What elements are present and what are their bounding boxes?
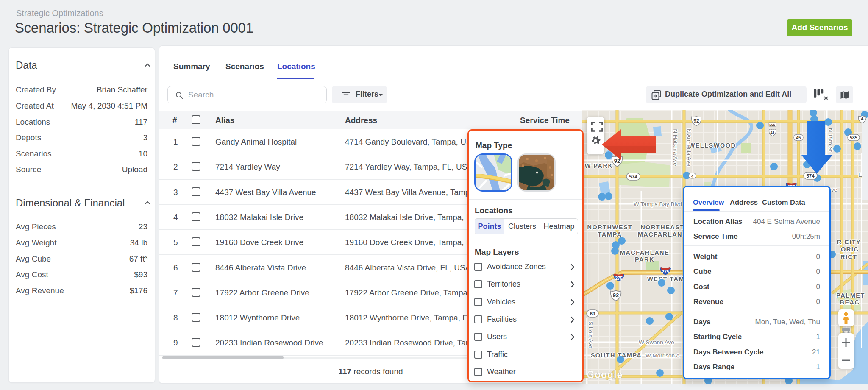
svg-text:275: 275 bbox=[615, 276, 623, 281]
svg-text:Google: Google bbox=[587, 369, 623, 380]
svg-text:RICT: RICT bbox=[840, 254, 857, 260]
svg-text:BUS: BUS bbox=[769, 123, 775, 126]
svg-text:NORTHEAST: NORTHEAST bbox=[640, 224, 684, 231]
svg-text:BEAC: BEAC bbox=[840, 299, 860, 306]
svg-text:R CITY: R CITY bbox=[837, 239, 861, 245]
svg-text:N Habana Ave: N Habana Ave bbox=[672, 129, 679, 166]
svg-text:WEST TAM: WEST TAM bbox=[647, 276, 684, 282]
svg-text:92: 92 bbox=[613, 292, 619, 298]
svg-text:41: 41 bbox=[770, 131, 774, 135]
svg-text:PALMET: PALMET bbox=[836, 292, 865, 299]
svg-text:574: 574 bbox=[806, 173, 815, 178]
svg-text:PARK: PARK bbox=[635, 256, 654, 263]
svg-text:SOUTH TAMPA: SOUTH TAMPA bbox=[591, 352, 642, 359]
svg-text:275: 275 bbox=[662, 269, 669, 274]
svg-text:W Tampa Bay Blvd: W Tampa Bay Blvd bbox=[634, 201, 682, 207]
svg-text:W Swann Ave: W Swann Ave bbox=[639, 339, 674, 345]
svg-text:585: 585 bbox=[850, 135, 857, 140]
svg-text:ORIC: ORIC bbox=[841, 246, 859, 253]
svg-text:4: 4 bbox=[691, 174, 694, 178]
svg-text:MACFARLANE: MACFARLANE bbox=[638, 231, 687, 238]
svg-text:92: 92 bbox=[693, 118, 699, 124]
svg-text:574: 574 bbox=[629, 174, 637, 179]
svg-text:MACFARLANE: MACFARLANE bbox=[620, 249, 670, 256]
svg-text:NORTHWEST: NORTHWEST bbox=[587, 224, 633, 231]
svg-text:ve: ve bbox=[831, 187, 837, 193]
svg-text:S Lois Ave: S Lois Ave bbox=[587, 321, 594, 348]
svg-text:W PARK: W PARK bbox=[585, 162, 613, 169]
svg-text:4: 4 bbox=[861, 117, 864, 121]
svg-text:E: E bbox=[858, 172, 862, 178]
svg-text:W Morrison A: W Morrison A bbox=[645, 352, 680, 359]
svg-text:TAMPA: TAMPA bbox=[598, 231, 622, 238]
svg-text:N Armenia Ave: N Armenia Ave bbox=[686, 128, 692, 166]
svg-text:WELLSWOOD: WELLSWOOD bbox=[689, 142, 736, 149]
svg-text:45: 45 bbox=[796, 135, 801, 140]
svg-text:92: 92 bbox=[614, 158, 620, 164]
svg-text:N 15th St: N 15th St bbox=[827, 128, 834, 152]
svg-text:60: 60 bbox=[590, 311, 595, 316]
